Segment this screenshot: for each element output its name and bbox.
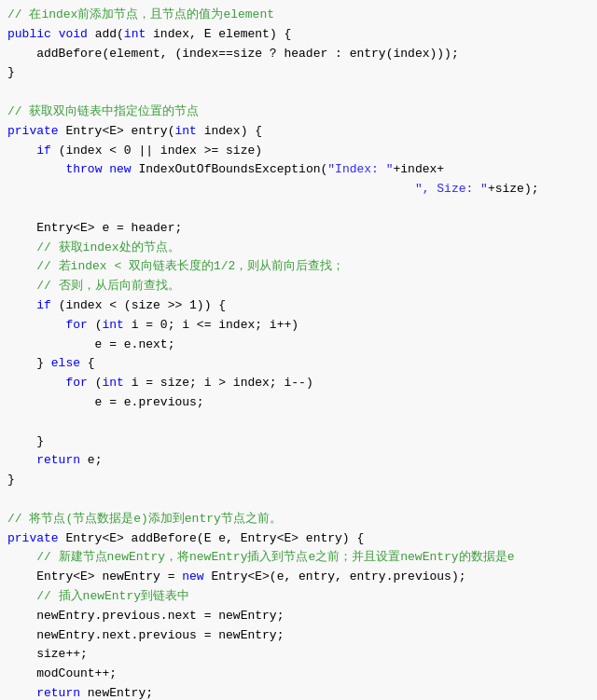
code-line: modCount++; bbox=[0, 665, 597, 684]
code-line bbox=[0, 83, 597, 103]
code-line: return newEntry; bbox=[0, 684, 597, 700]
code-line: // 获取index处的节点。 bbox=[0, 239, 597, 258]
code-line: // 在index前添加节点，且节点的值为element bbox=[0, 6, 597, 25]
code-line: ", Size: "+size); bbox=[0, 180, 597, 199]
code-line: private Entry<E> entry(int index) { bbox=[0, 122, 597, 142]
code-line bbox=[0, 413, 597, 432]
code-line: if (index < (size >> 1)) { bbox=[0, 296, 597, 316]
code-line: // 获取双向链表中指定位置的节点 bbox=[0, 103, 597, 122]
code-line bbox=[0, 199, 597, 219]
code-line: // 若index < 双向链表长度的1/2，则从前向后查找； bbox=[0, 257, 597, 277]
code-line: if (index < 0 || index >= size) bbox=[0, 142, 597, 161]
code-line: return e; bbox=[0, 451, 597, 471]
code-line: // 插入newEntry到链表中 bbox=[0, 587, 597, 607]
code-line: newEntry.next.previous = newEntry; bbox=[0, 626, 597, 646]
code-line: // 否则，从后向前查找。 bbox=[0, 277, 597, 296]
code-line: // 新建节点newEntry，将newEntry插入到节点e之前；并且设置ne… bbox=[0, 548, 597, 568]
code-line: Entry<E> e = header; bbox=[0, 219, 597, 239]
code-line: } bbox=[0, 432, 597, 452]
code-line: addBefore(element, (index==size ? header… bbox=[0, 45, 597, 64]
code-line: } bbox=[0, 471, 597, 490]
code-line: for (int i = size; i > index; i--) bbox=[0, 374, 597, 393]
code-container: // 在index前添加节点，且节点的值为elementpublic void … bbox=[0, 0, 597, 700]
code-line: // 将节点(节点数据是e)添加到entry节点之前。 bbox=[0, 510, 597, 529]
code-line: newEntry.previous.next = newEntry; bbox=[0, 607, 597, 626]
code-line: size++; bbox=[0, 645, 597, 665]
code-line: Entry<E> newEntry = new Entry<E>(e, entr… bbox=[0, 568, 597, 587]
code-line: throw new IndexOutOfBoundsException("Ind… bbox=[0, 160, 597, 180]
code-line: public void add(int index, E element) { bbox=[0, 25, 597, 45]
code-line: e = e.next; bbox=[0, 336, 597, 355]
code-line: for (int i = 0; i <= index; i++) bbox=[0, 316, 597, 336]
code-line: private Entry<E> addBefore(E e, Entry<E>… bbox=[0, 529, 597, 549]
code-line: } else { bbox=[0, 354, 597, 374]
code-line bbox=[0, 490, 597, 510]
code-line: e = e.previous; bbox=[0, 393, 597, 413]
code-line: } bbox=[0, 63, 597, 83]
